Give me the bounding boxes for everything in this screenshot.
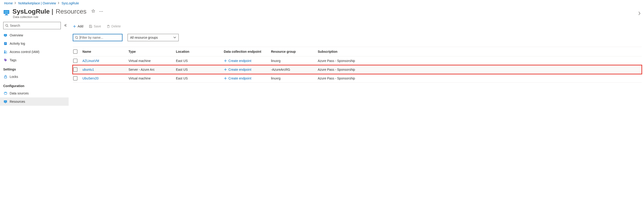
svg-rect-19 — [4, 101, 7, 102]
create-endpoint-label: Create endpoint — [228, 59, 252, 63]
cell-resource-group: linuxrg — [271, 59, 318, 63]
table-row[interactable]: AZLinuxVMVirtual machineEast USCreate en… — [73, 56, 642, 65]
cell-resource-group: linuxrg — [271, 76, 318, 80]
breadcrumb: Home NoMarketplace | Overview SysLogRule — [0, 0, 644, 6]
sidebar-item-overview[interactable]: Overview — [0, 31, 68, 40]
expand-chevron-icon[interactable] — [638, 11, 641, 16]
sidebar-item-activity-log[interactable]: Activity log — [0, 40, 68, 48]
plus-icon — [224, 59, 227, 62]
col-rg[interactable]: Resource group — [271, 50, 318, 54]
more-button[interactable]: ··· — [100, 10, 104, 13]
plus-icon — [224, 68, 227, 71]
svg-line-5 — [8, 26, 8, 27]
resource-name-link[interactable]: AZLinuxVM — [82, 59, 99, 63]
create-endpoint-link[interactable]: Create endpoint — [224, 59, 271, 63]
create-endpoint-link[interactable]: Create endpoint — [224, 68, 271, 72]
col-location[interactable]: Location — [176, 50, 224, 54]
lock-icon — [4, 75, 7, 78]
resource-name-link[interactable]: ubuntu1 — [82, 68, 94, 72]
resource-kind: Data collection rule — [13, 15, 104, 19]
sidebar-item-resources[interactable]: Resources — [0, 98, 68, 106]
delete-button: Delete — [106, 24, 121, 28]
sidebar-item-data-sources[interactable]: Data sources — [0, 89, 68, 98]
svg-rect-1 — [4, 10, 9, 13]
main-content: Add Save Delete Filter by name... All re… — [68, 22, 644, 106]
row-checkbox[interactable] — [73, 59, 77, 63]
sidebar-heading-settings: Settings — [0, 64, 68, 72]
collapse-sidebar-button[interactable] — [64, 24, 67, 28]
resource-name-link[interactable]: UbuServ20 — [82, 76, 98, 80]
sidebar-item-access-control[interactable]: Access control (IAM) — [0, 48, 68, 56]
sidebar-item-label: Access control (IAM) — [10, 50, 39, 54]
sidebar-item-label: Activity log — [10, 42, 25, 46]
plus-icon — [224, 77, 227, 80]
add-button-label: Add — [78, 24, 83, 28]
svg-rect-10 — [4, 42, 6, 43]
create-endpoint-label: Create endpoint — [228, 68, 252, 72]
select-all-checkbox[interactable] — [73, 50, 77, 54]
svg-point-15 — [4, 59, 5, 60]
row-checkbox[interactable] — [73, 76, 77, 80]
cell-location: East US — [176, 76, 224, 80]
resource-group-select[interactable]: All resource groups — [128, 34, 179, 41]
breadcrumb-link[interactable]: Home — [4, 2, 13, 5]
sidebar-item-tags[interactable]: Tags — [0, 56, 68, 64]
svg-line-29 — [77, 38, 78, 39]
col-type[interactable]: Type — [128, 50, 176, 54]
cell-location: East US — [176, 59, 224, 63]
favorite-button[interactable] — [91, 9, 95, 14]
search-icon — [75, 36, 78, 39]
resource-group-selected: All resource groups — [130, 36, 158, 40]
sidebar-item-locks[interactable]: Locks — [0, 72, 68, 81]
col-subscription[interactable]: Subscription — [318, 50, 642, 54]
page-header: SysLogRule | Resources ··· Data collecti… — [0, 6, 644, 22]
cell-type: Virtual machine — [128, 59, 176, 63]
resource-grid: Name Type Location Data collection endpo… — [73, 47, 642, 83]
svg-rect-25 — [108, 26, 109, 28]
breadcrumb-link[interactable]: NoMarketplace | Overview — [18, 2, 56, 5]
cell-type: Virtual machine — [128, 76, 176, 80]
cell-subscription: Azure Pass - Sponsorship — [318, 76, 642, 80]
svg-rect-11 — [4, 43, 6, 44]
overview-icon — [4, 34, 7, 37]
sidebar-heading-configuration: Configuration — [0, 81, 68, 89]
sidebar-search-placeholder: Search — [10, 24, 20, 28]
grid-header-row: Name Type Location Data collection endpo… — [73, 47, 642, 56]
sidebar-item-label: Data sources — [10, 92, 28, 95]
row-checkbox[interactable] — [73, 68, 77, 72]
cell-location: East US — [176, 68, 224, 72]
page-title: SysLogRule | Resources ··· — [12, 8, 104, 15]
access-control-icon — [4, 50, 7, 54]
table-row[interactable]: UbuServ20Virtual machineEast USCreate en… — [73, 74, 642, 83]
col-name[interactable]: Name — [82, 50, 128, 54]
filter-name-input[interactable]: Filter by name... — [73, 34, 122, 41]
title-pipe: | — [50, 8, 54, 15]
svg-rect-8 — [5, 36, 6, 37]
cell-type: Server - Azure Arc — [128, 68, 176, 72]
cell-subscription: Azure Pass - Sponsorship — [318, 68, 642, 72]
title-section: Resources — [56, 8, 86, 15]
activity-log-icon — [4, 42, 7, 46]
svg-point-17 — [4, 92, 7, 93]
delete-icon — [106, 25, 110, 28]
search-icon — [5, 24, 8, 27]
svg-point-4 — [6, 24, 8, 26]
tags-icon — [4, 58, 7, 62]
save-button-label: Save — [94, 24, 101, 28]
svg-rect-27 — [108, 25, 109, 25]
create-endpoint-link[interactable]: Create endpoint — [224, 76, 271, 80]
svg-rect-3 — [5, 15, 8, 15]
table-row[interactable]: ubuntu1Server - Azure ArcEast USCreate e… — [73, 65, 642, 74]
chevron-right-icon — [58, 2, 60, 4]
create-endpoint-label: Create endpoint — [228, 76, 252, 80]
add-button[interactable]: Add — [73, 24, 83, 28]
sidebar-item-label: Locks — [10, 75, 18, 78]
title-main: SysLogRule — [12, 8, 50, 15]
svg-rect-12 — [4, 44, 6, 44]
breadcrumb-link[interactable]: SysLogRule — [62, 2, 79, 5]
sidebar-search[interactable]: Search — [3, 22, 61, 29]
data-sources-icon — [4, 92, 7, 95]
svg-rect-2 — [6, 14, 7, 15]
col-endpoint[interactable]: Data collection endpoint — [224, 50, 271, 54]
svg-point-28 — [76, 36, 78, 38]
